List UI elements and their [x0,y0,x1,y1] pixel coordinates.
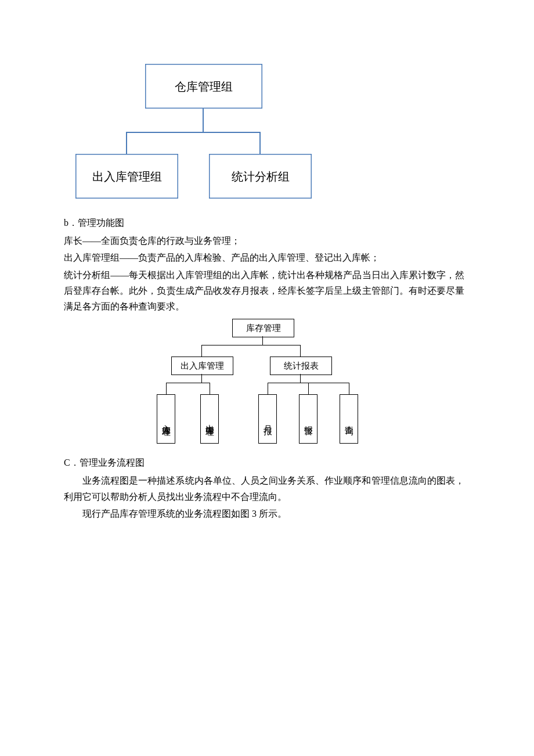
section-b-line2: 出入库管理组——负责产品的入库检验、产品的出入库管理、登记出入库帐； [64,250,464,265]
tree-leaf: 出库管理 [200,394,219,444]
tree-connector [166,383,210,383]
tree-leaf: 查询 [340,394,358,444]
org-connector [203,109,204,132]
tree-connector [300,345,301,357]
tree-connector [210,383,210,394]
section-c-p1: 业务流程图是一种描述系统内各单位、人员之间业务关系、作业顺序和管理信息流向的图表… [64,473,464,504]
tree-connector [308,383,309,394]
tree-root: 库存管理 [232,319,294,337]
org-connector [259,132,261,154]
section-b-title: b．管理功能图 [64,215,464,231]
org-chart: 仓库管理组 出入库管理组 统计分析组 [70,64,313,203]
tree-connector [262,336,263,345]
org-connector [126,132,127,154]
function-tree-chart: 库存管理 出入库管理 统计报表 入库管理 出库管理 月报 报警 查询 [139,319,389,447]
tree-connector [201,374,202,383]
org-box-right: 统计分析组 [209,154,312,199]
org-connector [126,132,261,133]
tree-connector [201,345,300,345]
tree-connector [300,374,301,383]
org-box-top: 仓库管理组 [145,64,262,109]
tree-connector [349,383,349,394]
section-b-line3: 统计分析组——每天根据出入库管理组的出入库帐，统计出各种规格产品当日出入库累计数… [64,267,464,315]
document-page: 仓库管理组 出入库管理组 统计分析组 b．管理功能图 库长——全面负责仓库的行政… [0,0,534,546]
tree-leaf: 月报 [258,394,277,444]
section-c-title: C．管理业务流程图 [64,455,464,470]
section-b-line1: 库长——全面负责仓库的行政与业务管理； [64,233,464,249]
tree-connector [166,383,167,394]
tree-leaf: 入库管理 [157,394,175,444]
tree-connector [268,383,268,394]
org-box-left: 出入库管理组 [75,154,178,199]
tree-connector [201,345,202,357]
tree-leaf: 报警 [299,394,317,444]
tree-node-inout: 出入库管理 [171,357,233,375]
tree-node-report: 统计报表 [270,357,332,375]
section-c-p2: 现行产品库存管理系统的业务流程图如图 3 所示。 [64,506,464,521]
